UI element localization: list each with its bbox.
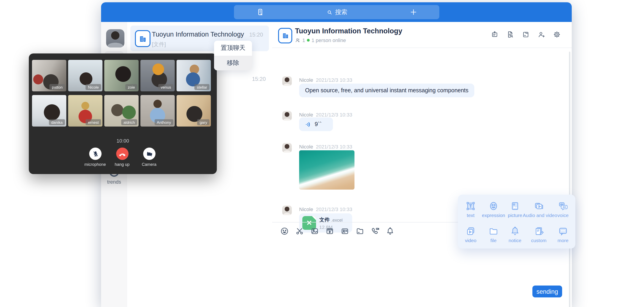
settings-icon[interactable] bbox=[553, 31, 561, 38]
top-bar: 搜索 bbox=[101, 2, 572, 22]
avatar[interactable] bbox=[282, 206, 292, 215]
hang-up-button[interactable] bbox=[116, 148, 128, 160]
voice-duration: 9`` bbox=[315, 121, 322, 127]
participant-tile: zoie bbox=[104, 60, 138, 91]
sender-name: Nicole bbox=[299, 77, 313, 83]
screenshot-icon[interactable] bbox=[295, 227, 304, 236]
chat-header: Tuoyun Information Technology 1 1 person… bbox=[272, 22, 572, 48]
participant-name: danika bbox=[49, 119, 65, 125]
participant-tile: Anthony bbox=[140, 95, 175, 127]
conversation-last-message: [文件] bbox=[152, 41, 166, 48]
message-time: 2021/12/3 10:33 bbox=[316, 144, 352, 149]
voice-message[interactable]: 9`` bbox=[299, 117, 333, 131]
message-time: 2021/12/3 10:33 bbox=[316, 112, 352, 117]
file-icon bbox=[488, 226, 499, 237]
camera-label: Camera bbox=[133, 162, 165, 167]
online-count: 1 person online bbox=[312, 37, 346, 43]
send-button[interactable]: sending bbox=[532, 286, 562, 298]
group-avatar bbox=[278, 28, 292, 43]
participant-name: zoie bbox=[126, 84, 137, 90]
conversation-time: 15:20 bbox=[252, 76, 266, 82]
emoji-icon[interactable] bbox=[280, 227, 289, 236]
participant-name: ernest bbox=[86, 119, 101, 125]
file-name: 文件 bbox=[319, 217, 330, 223]
folder-icon[interactable] bbox=[356, 227, 364, 236]
conversation-title: Tuoyun Information Technology bbox=[152, 31, 248, 38]
voice-wave-icon bbox=[304, 121, 312, 128]
search-icon bbox=[326, 9, 333, 15]
message-time: 2021/12/3 10:33 bbox=[316, 207, 352, 212]
participant-tile: stellar bbox=[176, 60, 211, 91]
video-call-window[interactable]: patton Nicole zoie venus stellar danika … bbox=[29, 53, 217, 174]
participant-tile: patton bbox=[32, 60, 66, 91]
audio-video-icon bbox=[533, 201, 544, 212]
participant-tile: gary bbox=[176, 95, 211, 127]
participant-name: venus bbox=[158, 84, 173, 90]
screen: 搜索 trends Tuoyun Information Technology … bbox=[0, 0, 644, 307]
group-avatar bbox=[135, 30, 150, 47]
custom-icon bbox=[533, 226, 544, 237]
chat-record-search-icon[interactable] bbox=[506, 31, 514, 38]
trends-label: trends bbox=[101, 179, 127, 185]
video-call-icon[interactable] bbox=[370, 227, 380, 236]
image-message[interactable] bbox=[299, 150, 354, 190]
text-message[interactable]: Open source, free, and universal instant… bbox=[299, 84, 474, 97]
search-input[interactable]: 搜索 bbox=[264, 8, 409, 16]
hang-up-icon bbox=[118, 150, 126, 158]
members-icon bbox=[295, 37, 300, 43]
participant-tile: ernest bbox=[68, 95, 102, 127]
sender-name: Nicole bbox=[299, 112, 313, 117]
building-icon bbox=[138, 33, 147, 44]
avatar[interactable] bbox=[282, 76, 292, 86]
announcement-icon[interactable] bbox=[491, 31, 498, 38]
add-icon[interactable] bbox=[409, 8, 417, 16]
avatar[interactable] bbox=[282, 143, 292, 153]
participant-name: gary bbox=[197, 119, 210, 125]
call-timer: 10:00 bbox=[29, 138, 217, 143]
chat-panel: Tuoyun Information Technology 1 1 person… bbox=[272, 22, 572, 307]
participant-name: Nicole bbox=[86, 84, 101, 90]
chat-subtitle: 1 1 person online bbox=[295, 37, 346, 43]
notification-icon[interactable] bbox=[386, 227, 395, 236]
building-icon bbox=[281, 31, 289, 40]
message-meta: Nicole2021/12/3 10:33 bbox=[299, 77, 352, 83]
search-bar[interactable]: 搜索 bbox=[234, 5, 439, 19]
participant-tile: aldrich bbox=[104, 95, 138, 127]
microphone-button[interactable] bbox=[89, 148, 102, 160]
my-avatar[interactable] bbox=[106, 29, 124, 47]
panel-label: more bbox=[547, 238, 579, 243]
picture-icon[interactable] bbox=[310, 227, 319, 236]
member-count: 1 bbox=[302, 37, 305, 43]
message-type-panel: text expression picture Audio and video … bbox=[458, 195, 576, 249]
panel-item-more[interactable]: more bbox=[547, 226, 579, 243]
notice-icon bbox=[510, 226, 520, 237]
file-ext: .excel bbox=[331, 218, 342, 223]
panel-label: voice bbox=[547, 212, 579, 218]
voice-icon bbox=[558, 201, 568, 212]
video-icon[interactable] bbox=[325, 227, 334, 236]
sender-name: Nicole bbox=[299, 207, 313, 212]
participant-name: Anthony bbox=[154, 119, 173, 125]
avatar[interactable] bbox=[282, 111, 292, 121]
contact-card-icon[interactable] bbox=[340, 227, 350, 236]
sender-name: Nicole bbox=[299, 144, 313, 149]
participant-tile: danika bbox=[32, 95, 66, 127]
call-record-icon[interactable] bbox=[256, 8, 264, 16]
message-meta: Nicole2021/12/3 10:33 bbox=[299, 207, 352, 212]
participant-name: patton bbox=[50, 84, 65, 90]
message-meta: Nicole2021/12/3 10:33 bbox=[299, 144, 352, 149]
camera-button[interactable] bbox=[143, 148, 156, 160]
menu-item-remove[interactable]: 移除 bbox=[214, 55, 252, 70]
more-icon bbox=[558, 226, 568, 237]
add-member-icon[interactable] bbox=[538, 31, 545, 38]
expression-icon bbox=[488, 201, 499, 212]
picture-icon bbox=[510, 201, 520, 212]
mic-muted-icon bbox=[92, 150, 99, 157]
conversation-time: 15:20 bbox=[249, 31, 263, 38]
online-dot bbox=[307, 39, 310, 41]
participant-tile: venus bbox=[140, 60, 175, 91]
menu-item-pin-chat[interactable]: 置顶聊天 bbox=[214, 41, 252, 55]
scrollbar[interactable] bbox=[569, 52, 570, 307]
file-icon[interactable] bbox=[522, 31, 530, 38]
panel-item-voice[interactable]: voice bbox=[547, 201, 579, 218]
